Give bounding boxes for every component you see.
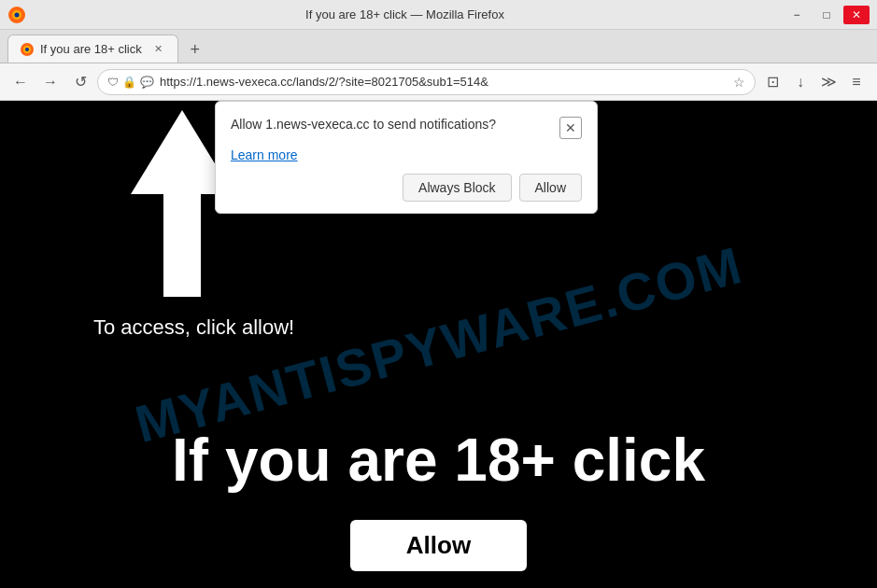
menu-button[interactable]: ≡: [843, 69, 870, 95]
firefox-logo-icon: [7, 6, 26, 24]
page-content: MYANTISPYWARE.COM To access, click allow…: [0, 101, 877, 588]
tab-close-button[interactable]: ✕: [151, 42, 166, 57]
bookmark-star-icon[interactable]: ☆: [733, 75, 745, 90]
nav-right-icons: ⊡ ↓ ≫ ≡: [759, 69, 870, 95]
new-tab-button[interactable]: +: [182, 36, 208, 63]
title-bar-left: [7, 6, 26, 24]
popup-always-block-button[interactable]: Always Block: [403, 174, 511, 202]
tab-favicon-icon: [20, 42, 35, 57]
popup-action-buttons: Always Block Allow: [231, 174, 582, 202]
active-tab[interactable]: If you are 18+ click ✕: [7, 35, 178, 63]
pocket-button[interactable]: ⊡: [759, 69, 785, 95]
popup-title: Allow 1.news-vexeca.cc to send notificat…: [231, 117, 559, 132]
address-bar-icons: 🛡 🔒 💬: [107, 76, 154, 89]
address-bar[interactable]: 🛡 🔒 💬 https://1.news-vexeca.cc/lands/2/?…: [97, 69, 756, 95]
notification-popup: Allow 1.news-vexeca.cc to send notificat…: [215, 101, 598, 214]
notification-icon: 💬: [140, 76, 154, 89]
page-allow-button[interactable]: Allow: [350, 520, 527, 571]
minimize-button[interactable]: −: [784, 6, 810, 24]
close-window-button[interactable]: ✕: [843, 6, 870, 24]
overflow-button[interactable]: ≫: [815, 69, 842, 95]
back-button[interactable]: ←: [7, 69, 34, 95]
browser-window: If you are 18+ click — Mozilla Firefox −…: [0, 0, 877, 588]
maximize-button[interactable]: □: [813, 6, 840, 24]
popup-close-button[interactable]: ✕: [559, 117, 582, 139]
click-allow-instruction: To access, click allow!: [93, 315, 294, 340]
svg-point-2: [15, 12, 20, 17]
forward-button[interactable]: →: [37, 69, 64, 95]
popup-header: Allow 1.news-vexeca.cc to send notificat…: [231, 117, 582, 139]
lock-icon: 🔒: [122, 76, 136, 89]
url-text: https://1.news-vexeca.cc/lands/2/?site=8…: [160, 75, 728, 89]
popup-allow-button[interactable]: Allow: [519, 174, 582, 202]
download-button[interactable]: ↓: [787, 69, 813, 95]
title-bar: If you are 18+ click — Mozilla Firefox −…: [0, 0, 877, 30]
reload-button[interactable]: ↺: [67, 69, 93, 95]
main-page-heading: If you are 18+ click: [0, 426, 877, 495]
popup-learn-more-link[interactable]: Learn more: [231, 147, 298, 162]
shield-icon: 🛡: [107, 76, 119, 89]
window-title: If you are 18+ click — Mozilla Firefox: [26, 7, 784, 21]
svg-point-5: [25, 48, 29, 51]
navigation-bar: ← → ↺ 🛡 🔒 💬 https://1.news-vexeca.cc/lan…: [0, 63, 877, 101]
tab-bar: If you are 18+ click ✕ +: [0, 30, 877, 63]
tab-label: If you are 18+ click: [40, 42, 142, 56]
window-controls: − □ ✕: [784, 6, 870, 24]
